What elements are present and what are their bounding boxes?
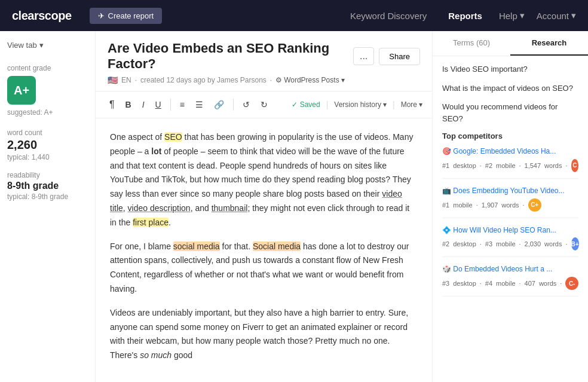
doc-meta-text: created 12 days ago by James Parsons (140, 76, 267, 84)
more-options-button[interactable]: ... (353, 47, 374, 65)
emphasis-lot: lot (151, 146, 161, 156)
editor-area[interactable]: One aspect of SEO that has been growing … (96, 118, 432, 382)
competitor-meta-2: #1 mobile · 1,907 words · C+ (442, 198, 578, 212)
doc-header: Are Video Embeds an SEO Ranking Factor? … (96, 31, 432, 91)
brand-logo: clearscope (12, 9, 72, 23)
nav-reports[interactable]: Reports (443, 8, 487, 23)
toolbar-separator (170, 99, 171, 111)
content-grade-label: content grade (7, 64, 88, 72)
competitor-grade-3: B+ (571, 237, 579, 250)
competitor-item: 🎯 Google: Embedded Videos Ha... #1 deskt… (442, 146, 578, 179)
competitor-meta-1: #1 desktop · #2 mobile · 1,547 words · C (442, 159, 578, 172)
highlight-video-description: video description (128, 203, 191, 213)
highlight-first-place: first place (133, 218, 169, 227)
competitor-icon-4: 🎲 (442, 265, 453, 273)
paragraph-format-button[interactable]: ¶ (105, 96, 119, 113)
competitor-link-4[interactable]: 🎲 Do Embedded Videos Hurt a ... (442, 264, 578, 274)
main-layout: View tab ▾ content grade A+ suggested: A… (0, 31, 588, 382)
highlight-thumbnail: thumbnail (212, 203, 248, 213)
panel-content: Is Video SEO important? What is the impa… (433, 56, 588, 382)
wordpress-posts-link[interactable]: ⚙ WordPress Posts ▾ (275, 76, 344, 84)
saved-indicator: ✓ Saved (292, 100, 320, 109)
right-panel: Terms (60) Research Is Video SEO importa… (433, 31, 588, 382)
italic-button[interactable]: I (138, 97, 149, 112)
tab-terms[interactable]: Terms (60) (433, 31, 510, 56)
doc-title-actions: ... Share (353, 47, 420, 65)
competitor-item: 📺 Does Embedding YouTube Video... #1 mob… (442, 186, 578, 218)
research-question-1[interactable]: Is Video SEO important? (442, 63, 578, 75)
sidebar: View tab ▾ content grade A+ suggested: A… (0, 31, 96, 382)
word-count-typical: typical: 1,440 (7, 153, 88, 161)
competitor-meta-4: #3 desktop · #4 mobile · 407 words · C- (442, 277, 578, 290)
tab-research[interactable]: Research (510, 31, 588, 56)
readability-value: 8-9th grade (7, 181, 88, 191)
top-competitors-heading: Top competitors (442, 132, 578, 140)
create-report-button[interactable]: ✈ Create report (90, 8, 163, 24)
word-count-value: 2,260 (7, 138, 88, 152)
chevron-down-icon: ▾ (419, 100, 422, 109)
highlight-seo: SEO (164, 132, 182, 142)
more-button[interactable]: More ▾ (401, 100, 422, 109)
chevron-down-icon: ▾ (341, 76, 345, 84)
nav-account[interactable]: Account ▾ (537, 10, 576, 21)
wordpress-icon: ⚙ (275, 76, 282, 84)
toolbar: ¶ B I U ≡ ☰ 🔗 ↺ ↻ ✓ Saved | Version hist… (96, 91, 432, 118)
share-button[interactable]: Share (379, 48, 420, 65)
editor-paragraph-3: Videos are undeniably important, but the… (110, 306, 418, 363)
underline-button[interactable]: U (151, 97, 166, 112)
competitor-icon-3: 💠 (442, 226, 453, 234)
competitor-grade-4: C- (565, 277, 578, 290)
flag-icon: 🇺🇸 (108, 75, 118, 85)
chevron-down-icon: ▾ (571, 10, 576, 21)
research-question-3[interactable]: Would you recommend videos for SEO? (442, 101, 578, 124)
view-tab-button[interactable]: View tab ▾ (7, 41, 88, 50)
research-question-2[interactable]: What is the impact of videos on SEO? (442, 82, 578, 94)
panel-tabs: Terms (60) Research (433, 31, 588, 56)
suggested-grade: suggested: A+ (7, 108, 88, 117)
doc-meta: 🇺🇸 EN · created 12 days ago by James Par… (108, 75, 420, 85)
doc-lang: EN (121, 76, 131, 84)
competitor-link-3[interactable]: 💠 How Will Video Help SEO Ran... (442, 225, 578, 236)
toolbar-separator-2 (233, 99, 234, 111)
competitor-link-2[interactable]: 📺 Does Embedding YouTube Video... (442, 186, 578, 196)
unordered-list-button[interactable]: ☰ (191, 97, 207, 112)
competitor-icon-1: 🎯 (442, 147, 453, 155)
link-button[interactable]: 🔗 (210, 97, 228, 112)
word-count-label: word count (7, 129, 88, 137)
navbar: clearscope ✈ Create report Keyword Disco… (0, 0, 588, 31)
highlight-so-much: so much (140, 350, 172, 360)
redo-button[interactable]: ↻ (256, 97, 272, 112)
highlight-social-media-1: social media (173, 242, 220, 251)
highlight-social-media-2: Social media (253, 242, 301, 251)
bold-button[interactable]: B (121, 97, 136, 112)
competitor-grade-1: C (571, 159, 579, 172)
version-history-button[interactable]: Version history ▾ (334, 100, 387, 109)
chevron-down-icon: ▾ (383, 100, 387, 109)
competitor-meta-3: #2 desktop · #3 mobile · 2,030 words · B… (442, 237, 578, 250)
competitor-item: 💠 How Will Video Help SEO Ran... #2 desk… (442, 225, 578, 258)
competitor-link-1[interactable]: 🎯 Google: Embedded Videos Ha... (442, 146, 578, 157)
undo-button[interactable]: ↺ (238, 97, 254, 112)
competitor-icon-2: 📺 (442, 187, 453, 195)
doc-title: Are Video Embeds an SEO Ranking Factor? (108, 41, 353, 72)
editor-paragraph-2: For one, I blame social media for that. … (110, 240, 418, 297)
chevron-down-icon: ▾ (520, 10, 525, 21)
grade-badge: A+ (7, 76, 36, 105)
nav-help[interactable]: Help ▾ (499, 10, 525, 21)
nav-keyword-discovery[interactable]: Keyword Discovery (345, 8, 431, 23)
ordered-list-button[interactable]: ≡ (176, 97, 189, 112)
editor-paragraph-1: One aspect of SEO that has been growing … (110, 130, 418, 230)
rocket-icon: ✈ (98, 11, 105, 20)
readability-label: readability (7, 171, 88, 179)
readability-typical: typical: 8-9th grade (7, 192, 88, 201)
chevron-down-icon: ▾ (39, 41, 44, 50)
competitor-item: 🎲 Do Embedded Videos Hurt a ... #3 deskt… (442, 264, 578, 297)
main-content: Are Video Embeds an SEO Ranking Factor? … (96, 31, 433, 382)
checkmark-icon: ✓ (292, 100, 298, 109)
competitor-grade-2: C+ (528, 198, 541, 212)
